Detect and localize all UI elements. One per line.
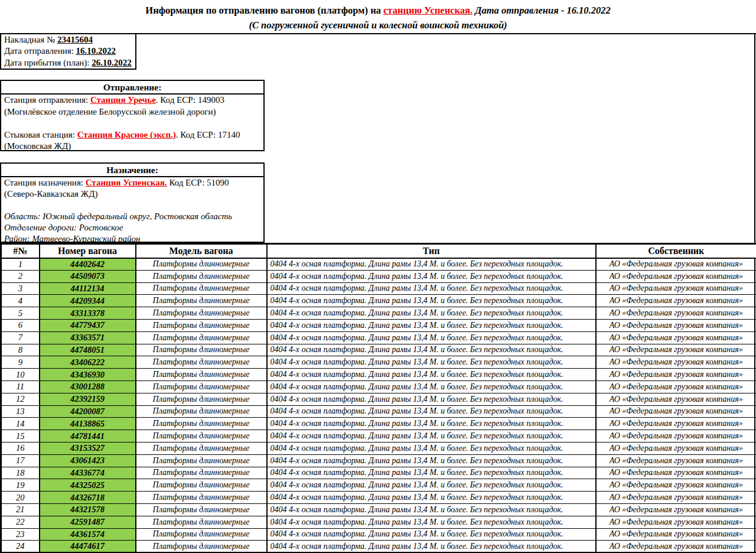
wagon-number-cell: 44326718: [40, 492, 136, 504]
table-row: 2044326718Платформы длинномерные0404 4-х…: [1, 492, 756, 504]
wagon-model-cell: Платформы длинномерные: [136, 319, 267, 331]
wagon-owner-cell: АО «Федеральная грузовая компания»: [596, 270, 756, 282]
wagon-model-cell: Платформы длинномерные: [136, 442, 267, 454]
arrival-date-value: 26.10.2022: [92, 58, 132, 67]
table-row: 144402642Платформы длинномерные0404 4-х …: [1, 258, 756, 271]
wagon-type-cell: 0404 4-х осная платформа. Длина рамы 13,…: [267, 282, 596, 295]
wagon-type-cell: 0404 4-х осная платформа. Длина рамы 13,…: [267, 331, 596, 344]
title-line-1: Информация по отправлению вагонов (платф…: [0, 3, 756, 18]
departure-station-code: . Код ЕСР: 149003: [156, 95, 224, 105]
table-row: 2444474617Платформы длинномерные0404 4-х…: [1, 541, 756, 553]
title-text: Информация по отправлению вагонов (платф…: [145, 5, 383, 16]
table-row: 1344200087Платформы длинномерные0404 4-х…: [1, 405, 756, 418]
row-number: 24: [1, 541, 40, 553]
wagon-model-cell: Платформы длинномерные: [136, 307, 267, 320]
table-row: 1844336774Платформы длинномерные0404 4-х…: [1, 467, 756, 479]
wagon-number-cell: 44336774: [40, 467, 136, 479]
row-number: 13: [1, 405, 40, 418]
row-number: 17: [1, 454, 40, 467]
wagon-number-cell: 42392159: [40, 393, 136, 405]
wagon-model-cell: Платформы длинномерные: [136, 282, 267, 295]
document-title: Информация по отправлению вагонов (платф…: [0, 3, 756, 32]
wagon-type-cell: 0404 4-х осная платформа. Длина рамы 13,…: [267, 307, 596, 320]
wagon-number-cell: 44509073: [40, 270, 136, 282]
row-number: 5: [1, 307, 40, 320]
wagon-type-cell: 0404 4-х осная платформа. Длина рамы 13,…: [267, 467, 596, 479]
table-row: 2144321578Платформы длинномерные0404 4-х…: [1, 503, 756, 516]
wagon-model-cell: Платформы длинномерные: [136, 344, 267, 356]
row-number: 16: [1, 442, 40, 454]
table-row: 644779437Платформы длинномерные0404 4-х …: [1, 319, 756, 331]
wagon-type-cell: 0404 4-х осная платформа. Длина рамы 13,…: [267, 369, 596, 381]
wagon-model-cell: Платформы длинномерные: [136, 258, 267, 271]
departure-date-value: 16.10.2022: [76, 46, 116, 56]
wagon-owner-cell: АО «Федеральная грузовая компания»: [596, 503, 756, 516]
wagon-owner-cell: АО «Федеральная грузовая компания»: [596, 430, 756, 443]
wagon-type-cell: 0404 4-х осная платформа. Длина рамы 13,…: [267, 454, 596, 467]
wagon-owner-cell: АО «Федеральная грузовая компания»: [596, 258, 756, 271]
row-number: 9: [1, 356, 40, 369]
wagon-model-cell: Платформы длинномерные: [136, 541, 267, 553]
document-page: Информация по отправлению вагонов (платф…: [0, 0, 756, 553]
destination-station-link-2[interactable]: Станция Успенская.: [86, 178, 167, 187]
wagon-owner-cell: АО «Федеральная грузовая компания»: [596, 344, 756, 356]
wagon-number-cell: 44748051: [40, 344, 136, 356]
table-row: 1544781441Платформы длинномерные0404 4-х…: [1, 430, 756, 443]
departure-station-link[interactable]: Станция Уречье: [90, 95, 156, 105]
wagon-model-cell: Платформы длинномерные: [136, 467, 267, 479]
wagon-number-cell: 43406222: [40, 356, 136, 369]
wagon-type-cell: 0404 4-х осная платформа. Длина рамы 13,…: [267, 380, 596, 393]
wagon-type-cell: 0404 4-х осная платформа. Длина рамы 13,…: [267, 492, 596, 504]
row-number: 19: [1, 479, 40, 492]
wagon-type-cell: 0404 4-х осная платформа. Длина рамы 13,…: [267, 405, 596, 418]
wagon-type-cell: 0404 4-х осная платформа. Длина рамы 13,…: [267, 418, 596, 430]
table-row: 1743061423Платформы длинномерные0404 4-х…: [1, 454, 756, 467]
table-row: 1944325025Платформы длинномерные0404 4-х…: [1, 479, 756, 492]
wagon-number-cell: 43001288: [40, 380, 136, 393]
wagon-model-cell: Платформы длинномерные: [136, 369, 267, 381]
row-number: 22: [1, 516, 40, 528]
wagon-model-cell: Платформы длинномерные: [136, 528, 267, 541]
row-number: 1: [1, 258, 40, 271]
header-index: #№: [1, 244, 40, 258]
departure-division-line: (Могилёвское отделение Белорусской желез…: [1, 106, 263, 118]
row-number: 20: [1, 492, 40, 504]
wagon-number-cell: 44779437: [40, 319, 136, 331]
destination-station-link[interactable]: станцию Успенская.: [383, 5, 472, 16]
row-number: 15: [1, 430, 40, 443]
destination-district-line: Район: Матвеево-Курганский район: [1, 233, 263, 243]
waybill-number-label: Накладная №: [4, 35, 57, 44]
table-row: 2242591487Платформы длинномерные0404 4-х…: [1, 516, 756, 528]
title-departure-date: Дата отправления - 16.10.2022: [472, 5, 611, 16]
wagon-type-cell: 0404 4-х осная платформа. Длина рамы 13,…: [267, 528, 596, 541]
destination-box-header: Назначение:: [1, 164, 263, 177]
wagon-owner-cell: АО «Федеральная грузовая компания»: [596, 516, 756, 528]
wagon-owner-cell: АО «Федеральная грузовая компания»: [596, 479, 756, 492]
wagon-model-cell: Платформы длинномерные: [136, 503, 267, 516]
wagon-table: #№ Номер вагона Модель вагона Тип Собств…: [0, 243, 756, 553]
header-wagon-number: Номер вагона: [40, 244, 136, 258]
wagon-type-cell: 0404 4-х осная платформа. Длина рамы 13,…: [267, 393, 596, 405]
destination-division-line: (Северо-Кавказская ЖД): [1, 188, 263, 200]
table-row: 1643153527Платформы длинномерные0404 4-х…: [1, 442, 756, 454]
row-number: 18: [1, 467, 40, 479]
waybill-arrival-line: Дата прибытия (план): 26.10.2022: [1, 57, 135, 69]
wagon-model-cell: Платформы длинномерные: [136, 516, 267, 528]
wagon-model-cell: Платформы длинномерные: [136, 295, 267, 307]
wagon-model-cell: Платформы длинномерные: [136, 454, 267, 467]
table-row: 1043436930Платформы длинномерные0404 4-х…: [1, 369, 756, 381]
wagon-number-cell: 44112134: [40, 282, 136, 295]
departure-box: Отправление: Станция отправления: Станци…: [0, 80, 265, 151]
header-wagon-model: Модель вагона: [136, 244, 267, 258]
wagon-number-cell: 43313378: [40, 307, 136, 320]
row-number: 7: [1, 331, 40, 344]
junction-station-link[interactable]: Станция Красное (эксп.): [77, 130, 176, 139]
table-row: 444209344Платформы длинномерные0404 4-х …: [1, 295, 756, 307]
wagon-number-cell: 43061423: [40, 454, 136, 467]
wagon-model-cell: Платформы длинномерные: [136, 418, 267, 430]
wagon-owner-cell: АО «Федеральная грузовая компания»: [596, 528, 756, 541]
wagon-model-cell: Платформы длинномерные: [136, 356, 267, 369]
row-number: 21: [1, 503, 40, 516]
blank-line: [1, 200, 263, 211]
wagon-type-cell: 0404 4-х осная платформа. Длина рамы 13,…: [267, 479, 596, 492]
